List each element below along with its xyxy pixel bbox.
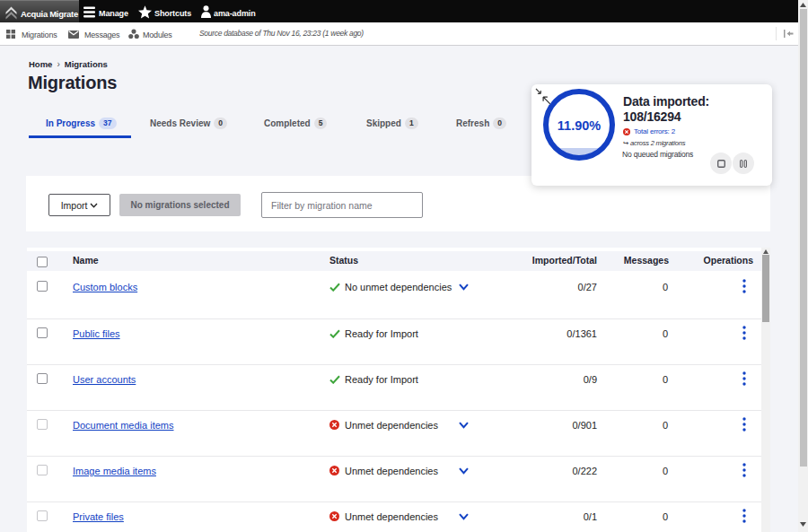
svg-text:11.90%: 11.90% xyxy=(558,118,601,133)
